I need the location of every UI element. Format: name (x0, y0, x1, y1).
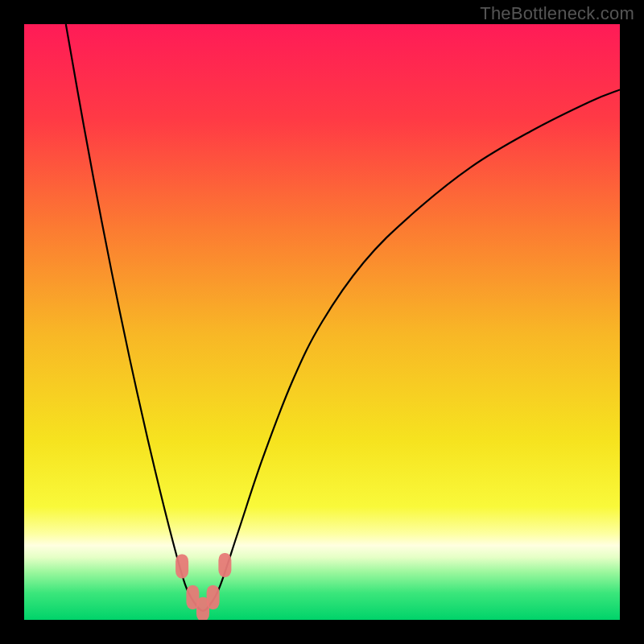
curve-marker (175, 554, 188, 578)
watermark-text: TheBottleneck.com (480, 3, 634, 24)
curve-markers (175, 553, 231, 620)
curve-marker (218, 553, 231, 577)
curve-layer (24, 24, 620, 620)
bottleneck-curve (66, 24, 620, 611)
plot-area (24, 24, 620, 620)
chart-frame: TheBottleneck.com (0, 0, 644, 644)
curve-marker (207, 585, 220, 609)
